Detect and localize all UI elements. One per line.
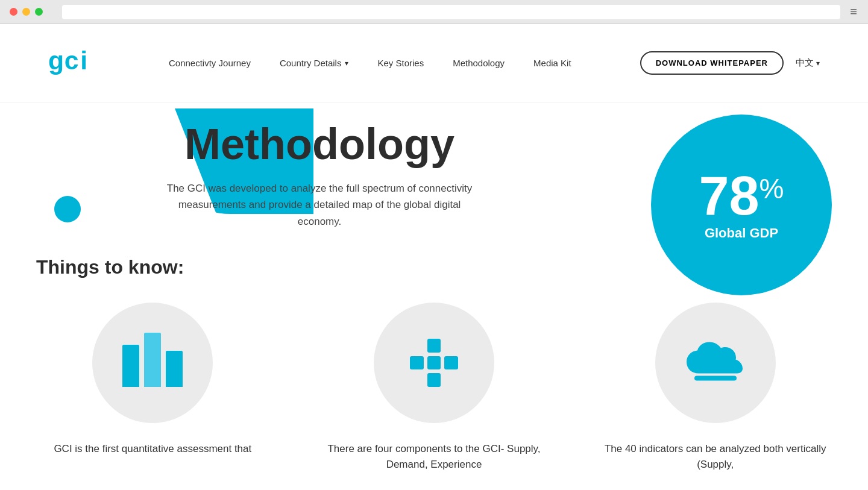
grid-cell-7 [410, 373, 424, 387]
language-selector[interactable]: 中文 [796, 57, 820, 69]
browser-address-bar[interactable] [62, 5, 840, 19]
cloud-icon [685, 341, 746, 385]
things-to-know-section: Things to know: GCI is the first quantit… [36, 256, 832, 472]
browser-dots [10, 8, 43, 16]
cards-row: GCI is the first quantitative assessment… [36, 303, 832, 472]
svg-text:c: c [64, 46, 79, 75]
page-subtitle: The GCI was developed to analyze the ful… [160, 180, 479, 230]
svg-text:g: g [48, 46, 64, 75]
browser-menu-icon[interactable]: ≡ [850, 5, 858, 19]
bar-3 [166, 351, 183, 387]
card-2: There are four components to the GCI- Su… [318, 303, 551, 472]
grid-cell-5 [427, 356, 441, 370]
grid-cell-1 [410, 339, 424, 353]
things-to-know-heading: Things to know: [36, 256, 832, 278]
card-1: GCI is the first quantitative assessment… [36, 303, 269, 457]
nav-connectivity-journey[interactable]: Connectivty Journey [169, 58, 251, 68]
card-2-circle [374, 303, 494, 423]
page-title: Methodology [0, 121, 639, 168]
nav-media-kit[interactable]: Media Kit [533, 58, 571, 68]
browser-chrome: ≡ [0, 0, 868, 24]
nav-actions: DOWNLOAD WHITEPAPER 中文 [640, 51, 820, 75]
browser-dot-minimize[interactable] [22, 8, 30, 16]
card-1-text: GCI is the first quantitative assessment… [54, 441, 251, 457]
grid-cell-3 [444, 339, 458, 353]
grid-cell-8 [427, 373, 441, 387]
grid-cell-9 [444, 373, 458, 387]
hero-title-block: Methodology The GCI was developed to ana… [0, 121, 639, 230]
download-whitepaper-button[interactable]: DOWNLOAD WHITEPAPER [640, 51, 784, 75]
card-3: The 40 indicators can be analyzed both v… [599, 303, 832, 472]
page: g c i Connectivty Journey Country Detail… [0, 24, 868, 490]
nav-methodology[interactable]: Methodology [453, 58, 505, 68]
card-1-circle [92, 303, 213, 423]
nav-links: Connectivty Journey Country Details Key … [169, 58, 640, 68]
browser-dot-close[interactable] [10, 8, 17, 16]
page-content: 78 % Global GDP Methodology The GCI was … [0, 102, 868, 490]
logo[interactable]: g c i [48, 45, 96, 81]
grid-cell-4 [410, 356, 424, 370]
card-3-text: The 40 indicators can be analyzed both v… [599, 441, 832, 472]
nav-key-stories[interactable]: Key Stories [377, 58, 424, 68]
grid-icon [410, 339, 458, 387]
browser-dot-maximize[interactable] [35, 8, 43, 16]
svg-text:i: i [80, 46, 87, 75]
bar-1 [122, 345, 139, 387]
bar-2 [144, 333, 161, 387]
card-2-text: There are four components to the GCI- Su… [318, 441, 551, 472]
bar-chart-icon [122, 339, 183, 387]
navbar: g c i Connectivty Journey Country Detail… [0, 24, 868, 102]
svg-rect-3 [694, 376, 737, 381]
stats-suffix: % [760, 175, 784, 203]
nav-country-details[interactable]: Country Details [280, 58, 349, 68]
card-3-circle [655, 303, 776, 423]
grid-cell-6 [444, 356, 458, 370]
grid-cell-2 [427, 339, 441, 353]
stats-number: 78 [699, 169, 759, 223]
stats-label: Global GDP [705, 225, 778, 241]
